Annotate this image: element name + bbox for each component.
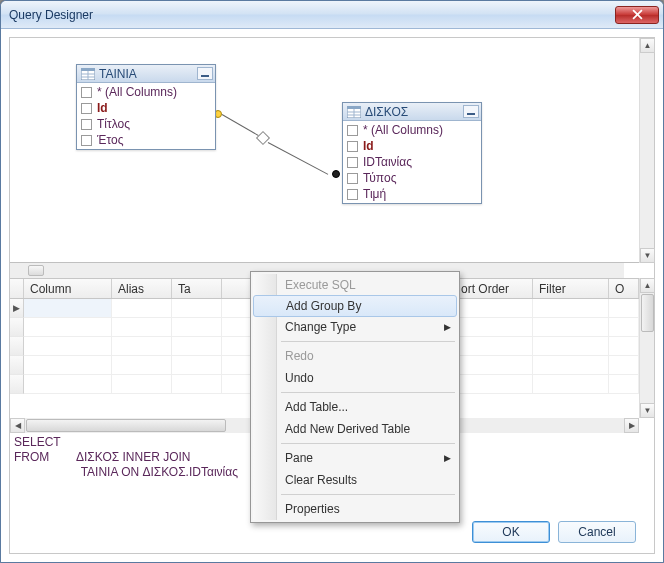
col-header-column[interactable]: Column bbox=[24, 279, 112, 298]
designer-body: ΤΑΙΝΙΑ * (All Columns) Id Τίτλος Έτος ΔΙ… bbox=[9, 37, 655, 554]
menu-clear-results[interactable]: Clear Results bbox=[253, 469, 457, 491]
join-line-2 bbox=[268, 142, 329, 175]
diagram-vscroll[interactable]: ▲ ▼ bbox=[639, 38, 654, 263]
svg-rect-6 bbox=[347, 106, 361, 109]
cell-column[interactable] bbox=[24, 299, 112, 317]
column-idtainias[interactable]: IDΤαινίας bbox=[343, 154, 481, 170]
col-header-sortorder[interactable]: ort Order bbox=[455, 279, 533, 298]
cell-or[interactable] bbox=[609, 299, 639, 317]
table-name: ΤΑΙΝΙΑ bbox=[99, 67, 137, 81]
checkbox[interactable] bbox=[347, 141, 358, 152]
checkbox[interactable] bbox=[347, 189, 358, 200]
menu-pane[interactable]: Pane▶ bbox=[253, 447, 457, 469]
scroll-up-icon[interactable]: ▲ bbox=[640, 38, 655, 53]
dialog-buttons: OK Cancel bbox=[472, 521, 636, 543]
current-row-marker[interactable]: ▶ bbox=[10, 299, 24, 318]
close-button[interactable] bbox=[615, 6, 659, 24]
checkbox[interactable] bbox=[81, 119, 92, 130]
scrollbar-thumb[interactable] bbox=[28, 265, 44, 276]
grid-vscroll[interactable]: ▲ ▼ bbox=[639, 278, 654, 418]
sql-line-2: FROM ΔΙΣΚΟΣ INNER JOIN bbox=[14, 450, 191, 464]
window-title: Query Designer bbox=[9, 8, 93, 22]
titlebar[interactable]: Query Designer bbox=[1, 1, 663, 29]
submenu-arrow-icon: ▶ bbox=[444, 453, 451, 463]
column-timi[interactable]: Τιμή bbox=[343, 186, 481, 202]
cancel-button[interactable]: Cancel bbox=[558, 521, 636, 543]
column-id[interactable]: Id bbox=[343, 138, 481, 154]
menu-add-group-by[interactable]: Add Group By bbox=[253, 295, 457, 317]
menu-add-table[interactable]: Add Table... bbox=[253, 396, 457, 418]
scroll-right-icon[interactable]: ▶ bbox=[624, 418, 639, 433]
menu-redo[interactable]: Redo bbox=[253, 345, 457, 367]
column-titlos[interactable]: Τίτλος bbox=[77, 116, 215, 132]
cell-alias[interactable] bbox=[112, 299, 172, 317]
context-menu[interactable]: Execute SQL Add Group By Change Type▶ Re… bbox=[250, 271, 460, 523]
cell-sortorder[interactable] bbox=[455, 299, 533, 317]
checkbox[interactable] bbox=[347, 125, 358, 136]
checkbox[interactable] bbox=[81, 135, 92, 146]
join-end-right bbox=[332, 170, 340, 178]
table-columns: * (All Columns) Id IDΤαινίας Τύπος Τιμή bbox=[343, 121, 481, 203]
table-icon bbox=[81, 68, 95, 80]
table-name: ΔΙΣΚΟΣ bbox=[365, 105, 408, 119]
table-header[interactable]: ΤΑΙΝΙΑ bbox=[77, 65, 215, 83]
col-header-or[interactable]: O bbox=[609, 279, 639, 298]
column-all[interactable]: * (All Columns) bbox=[343, 122, 481, 138]
checkbox[interactable] bbox=[81, 87, 92, 98]
table-diskos[interactable]: ΔΙΣΚΟΣ * (All Columns) Id IDΤαινίας Τύπο… bbox=[342, 102, 482, 204]
menu-properties[interactable]: Properties bbox=[253, 498, 457, 520]
column-id[interactable]: Id bbox=[77, 100, 215, 116]
cell-filter[interactable] bbox=[533, 299, 609, 317]
close-icon bbox=[632, 9, 643, 20]
menu-execute-sql[interactable]: Execute SQL bbox=[253, 274, 457, 296]
minimize-button[interactable] bbox=[197, 67, 213, 80]
menu-change-type[interactable]: Change Type▶ bbox=[253, 316, 457, 338]
scrollbar-thumb[interactable] bbox=[26, 419, 226, 432]
row-header[interactable] bbox=[10, 356, 24, 375]
row-header[interactable] bbox=[10, 375, 24, 394]
checkbox[interactable] bbox=[81, 103, 92, 114]
menu-separator bbox=[281, 494, 455, 495]
sql-line-3: ΤΑΙΝΙΑ ON ΔΙΣΚΟΣ.IDΤαινίας bbox=[14, 465, 238, 479]
col-header-table[interactable]: Ta bbox=[172, 279, 222, 298]
submenu-arrow-icon: ▶ bbox=[444, 322, 451, 332]
col-header-filter[interactable]: Filter bbox=[533, 279, 609, 298]
cell-table[interactable] bbox=[172, 299, 222, 317]
col-header-alias[interactable]: Alias bbox=[112, 279, 172, 298]
menu-add-derived-table[interactable]: Add New Derived Table bbox=[253, 418, 457, 440]
table-header[interactable]: ΔΙΣΚΟΣ bbox=[343, 103, 481, 121]
scroll-down-icon[interactable]: ▼ bbox=[640, 248, 655, 263]
query-designer-window: Query Designer ΤΑΙΝΙΑ * (All Colu bbox=[0, 0, 664, 563]
row-selector-header bbox=[10, 279, 24, 298]
minimize-button[interactable] bbox=[463, 105, 479, 118]
table-tainia[interactable]: ΤΑΙΝΙΑ * (All Columns) Id Τίτλος Έτος bbox=[76, 64, 216, 150]
diagram-pane[interactable]: ΤΑΙΝΙΑ * (All Columns) Id Τίτλος Έτος ΔΙ… bbox=[10, 38, 639, 263]
menu-separator bbox=[281, 392, 455, 393]
column-etos[interactable]: Έτος bbox=[77, 132, 215, 148]
sql-line-1: SELECT bbox=[14, 435, 61, 449]
row-header[interactable] bbox=[10, 337, 24, 356]
svg-rect-1 bbox=[81, 68, 95, 71]
ok-button[interactable]: OK bbox=[472, 521, 550, 543]
menu-separator bbox=[281, 341, 455, 342]
table-columns: * (All Columns) Id Τίτλος Έτος bbox=[77, 83, 215, 149]
table-icon bbox=[347, 106, 361, 118]
menu-undo[interactable]: Undo bbox=[253, 367, 457, 389]
scroll-left-icon[interactable]: ◀ bbox=[10, 418, 25, 433]
column-all[interactable]: * (All Columns) bbox=[77, 84, 215, 100]
scroll-up-icon[interactable]: ▲ bbox=[640, 278, 655, 293]
checkbox[interactable] bbox=[347, 157, 358, 168]
join-line-1 bbox=[222, 114, 261, 137]
menu-separator bbox=[281, 443, 455, 444]
column-typos[interactable]: Τύπος bbox=[343, 170, 481, 186]
row-header[interactable] bbox=[10, 318, 24, 337]
scrollbar-thumb[interactable] bbox=[641, 294, 654, 332]
checkbox[interactable] bbox=[347, 173, 358, 184]
scroll-down-icon[interactable]: ▼ bbox=[640, 403, 655, 418]
